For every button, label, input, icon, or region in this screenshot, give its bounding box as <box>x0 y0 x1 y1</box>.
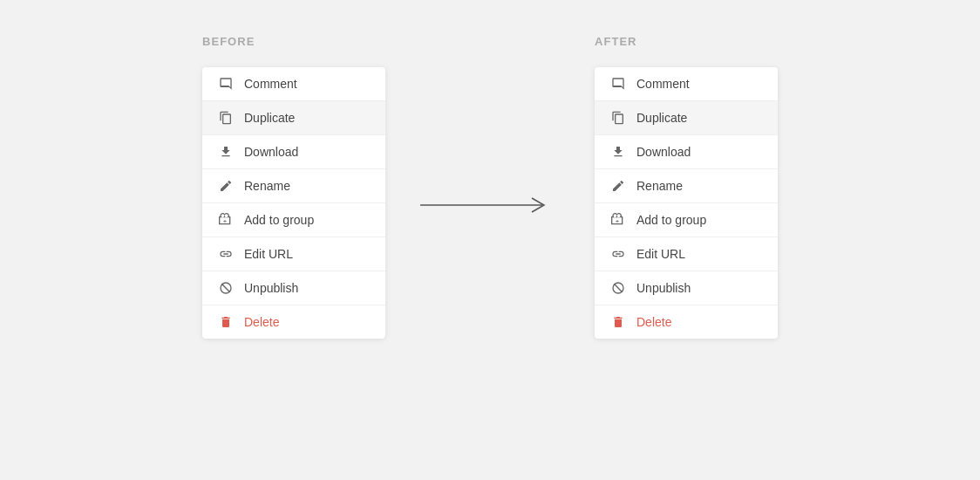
menu-item-label-unpublish: Unpublish <box>636 281 691 295</box>
before-label: BEFORE <box>202 35 255 48</box>
menu-item-label-duplicate: Duplicate <box>244 111 295 125</box>
menu-item-duplicate[interactable]: Duplicate <box>202 101 385 135</box>
menu-item-edit-url[interactable]: Edit URL <box>595 237 778 271</box>
menu-item-comment[interactable]: Comment <box>595 67 778 101</box>
menu-item-label-delete: Delete <box>244 315 279 329</box>
after-panel: AFTER CommentDuplicateDownloadRenameAdd … <box>595 35 778 339</box>
duplicate-icon <box>218 110 234 126</box>
menu-item-label-download: Download <box>244 145 298 159</box>
menu-item-label-add-to-group: Add to group <box>636 213 706 227</box>
unpublish-icon <box>610 280 626 296</box>
menu-item-rename[interactable]: Rename <box>595 169 778 203</box>
rename-icon <box>610 178 626 194</box>
delete-icon <box>610 314 626 330</box>
menu-item-edit-url[interactable]: Edit URL <box>202 237 385 271</box>
menu-item-unpublish[interactable]: Unpublish <box>202 271 385 305</box>
svg-line-1 <box>221 284 229 291</box>
menu-item-label-rename: Rename <box>636 179 683 193</box>
menu-item-duplicate[interactable]: Duplicate <box>595 101 778 135</box>
unpublish-icon <box>218 280 234 296</box>
download-icon <box>218 144 234 160</box>
duplicate-icon <box>610 110 626 126</box>
menu-item-add-to-group[interactable]: Add to group <box>595 203 778 237</box>
after-label: AFTER <box>595 35 637 48</box>
menu-item-download[interactable]: Download <box>202 135 385 169</box>
edit-url-icon <box>218 246 234 262</box>
edit-url-icon <box>610 246 626 262</box>
menu-item-label-download: Download <box>636 145 691 159</box>
menu-item-delete[interactable]: Delete <box>595 305 778 339</box>
menu-item-label-edit-url: Edit URL <box>244 247 293 261</box>
arrow-section <box>403 192 577 218</box>
menu-item-download[interactable]: Download <box>595 135 778 169</box>
menu-item-unpublish[interactable]: Unpublish <box>595 271 778 305</box>
menu-item-comment[interactable]: Comment <box>202 67 385 101</box>
delete-icon <box>218 314 234 330</box>
menu-item-label-comment: Comment <box>244 77 297 91</box>
menu-item-label-rename: Rename <box>244 179 290 193</box>
menu-item-label-unpublish: Unpublish <box>244 281 298 295</box>
after-menu-card: CommentDuplicateDownloadRenameAdd to gro… <box>595 67 778 339</box>
comment-icon <box>218 76 234 92</box>
comment-icon <box>610 76 626 92</box>
menu-item-label-comment: Comment <box>636 77 690 91</box>
menu-item-label-delete: Delete <box>636 315 671 329</box>
before-menu-card: CommentDuplicateDownloadRenameAdd to gro… <box>202 67 385 339</box>
menu-item-rename[interactable]: Rename <box>202 169 385 203</box>
rename-icon <box>218 178 234 194</box>
menu-item-label-edit-url: Edit URL <box>636 247 685 261</box>
menu-item-delete[interactable]: Delete <box>202 305 385 339</box>
download-icon <box>610 144 626 160</box>
before-panel: BEFORE CommentDuplicateDownloadRenameAdd… <box>202 35 385 339</box>
menu-item-label-duplicate: Duplicate <box>636 111 687 125</box>
menu-item-label-add-to-group: Add to group <box>244 213 314 227</box>
add-to-group-icon <box>218 212 234 228</box>
svg-line-4 <box>614 284 622 291</box>
main-container: BEFORE CommentDuplicateDownloadRenameAdd… <box>0 35 980 339</box>
menu-item-add-to-group[interactable]: Add to group <box>202 203 385 237</box>
add-to-group-icon <box>610 212 626 228</box>
arrow-icon <box>420 192 560 218</box>
